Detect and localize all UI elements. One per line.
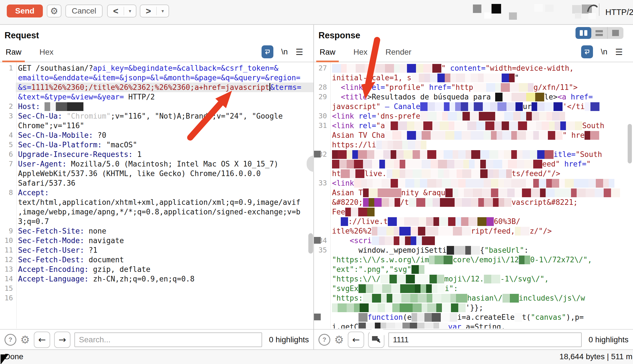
redacted-block: [418, 294, 427, 303]
redacted-block: [427, 150, 436, 159]
back-history-button[interactable]: <▾: [107, 5, 136, 17]
redacted-block: [370, 64, 376, 73]
redacted-block: [517, 131, 526, 140]
redacted-block: [526, 131, 533, 140]
redacted-block: [450, 74, 456, 82]
redacted-block: [555, 188, 564, 197]
redacted-block: [393, 141, 402, 149]
redacted-block: [381, 294, 387, 303]
redacted-block: [391, 179, 398, 188]
request-tab-raw[interactable]: Raw: [5, 48, 23, 60]
redacted-block: [432, 294, 441, 303]
redacted-block: [423, 64, 432, 73]
search-prev-button[interactable]: ←: [348, 332, 364, 348]
redacted-block: [433, 217, 439, 226]
layout-single-button[interactable]: [607, 27, 623, 39]
redacted-block: [444, 169, 449, 178]
word-wrap-icon[interactable]: [262, 45, 273, 58]
redacted-block: [566, 121, 575, 130]
redacted-block: [413, 160, 422, 168]
line-number: [314, 130, 330, 140]
layout-columns-button[interactable]: [576, 27, 591, 39]
search-prev-button[interactable]: ←: [34, 332, 50, 348]
redacted-block: [437, 112, 442, 121]
redacted-block: [491, 179, 498, 188]
redaction-artifact: [377, 339, 380, 343]
forward-dropdown-icon[interactable]: ▾: [157, 8, 169, 14]
redacted-block: [432, 284, 437, 293]
search-next-button[interactable]: →: [368, 332, 384, 348]
line-number: 7: [0, 159, 16, 169]
redacted-block: [532, 102, 537, 111]
editor-menu-icon[interactable]: ☰: [615, 47, 623, 57]
request-tab-hex[interactable]: Hex: [38, 48, 55, 60]
redacted-block: [504, 112, 513, 121]
code-line: 8Accept:: [0, 188, 313, 197]
response-view-icons: \n ☰: [581, 45, 623, 58]
redacted-block: [542, 121, 549, 130]
code-line: 34 <scri: [314, 236, 633, 245]
response-tab-raw[interactable]: Raw: [318, 48, 337, 60]
cancel-button[interactable]: Cancel: [65, 5, 103, 17]
redacted-block: [549, 121, 555, 130]
response-search-input[interactable]: [388, 332, 582, 347]
back-dropdown-icon[interactable]: ▾: [124, 8, 136, 14]
redacted-block: [458, 188, 464, 197]
help-icon[interactable]: ?: [5, 334, 16, 346]
redacted-block: [554, 102, 563, 111]
code-line: 5Sec-Ch-Ua-Platform: "macOS": [0, 140, 313, 150]
redacted-block: [372, 294, 381, 303]
code-line: 3;q=0.7: [0, 217, 313, 226]
response-tab-hex[interactable]: Hex: [352, 48, 369, 60]
request-scrollbar-thumb[interactable]: [308, 233, 313, 254]
redacted-block: [426, 217, 433, 226]
show-newlines-icon[interactable]: \n: [281, 47, 288, 56]
redacted-block: [499, 198, 504, 207]
redacted-block: [527, 121, 536, 130]
editor-menu-icon[interactable]: ☰: [296, 47, 303, 57]
line-number: [0, 207, 16, 217]
forward-history-button[interactable]: >▾: [140, 5, 169, 17]
request-settings-gear-button[interactable]: ⚙: [47, 5, 61, 17]
redacted-block: [442, 303, 451, 312]
layout-rows-button[interactable]: [591, 27, 607, 39]
redacted-block: [552, 112, 559, 121]
show-newlines-icon[interactable]: \n: [601, 47, 607, 56]
code-line: 11Sec-Fetch-User: ?1: [0, 245, 313, 255]
redacted-block: [509, 121, 518, 130]
redacted-block: [469, 160, 475, 168]
redacted-block: [454, 131, 462, 140]
search-settings-gear-icon[interactable]: ⚙: [20, 334, 30, 346]
word-wrap-icon[interactable]: [581, 45, 593, 58]
code-line: Asian Tnity &raqu: [314, 188, 633, 197]
code-line: 30<link rel='dns-prefe: [314, 111, 633, 121]
redacted-block: [517, 160, 524, 168]
response-editor[interactable]: 27" content="width=device-width,initial-…: [314, 62, 633, 329]
redacted-block: [332, 160, 339, 168]
redacted-block: [458, 150, 466, 159]
code-line: itle%26%2ript/feed,z/"/>: [314, 226, 633, 236]
help-icon[interactable]: ?: [318, 334, 330, 346]
line-number: 27: [314, 63, 330, 73]
redacted-block: [419, 265, 424, 274]
redacted-block: [546, 112, 552, 121]
search-settings-gear-icon[interactable]: ⚙: [334, 334, 344, 346]
redacted-block: [590, 131, 599, 140]
code-line: "ext":".png","svg": [314, 265, 633, 274]
redacted-block: [428, 236, 435, 245]
response-tab-render[interactable]: Render: [384, 48, 413, 60]
response-scrollbar-thumb[interactable]: [628, 124, 632, 163]
send-button[interactable]: Send: [7, 5, 43, 17]
redacted-block: [462, 198, 471, 207]
request-editor[interactable]: 1GET /southasian/?api_key=&begindate=&ca…: [0, 62, 313, 329]
redacted-block: [436, 150, 444, 159]
redacted-block: [355, 169, 364, 178]
redacted-block: [532, 112, 539, 121]
request-search-input[interactable]: [74, 332, 262, 347]
code-line: AppleWebKit/537.36 (KHTML, like Gecko) C…: [0, 169, 313, 178]
redacted-block: [347, 303, 354, 312]
redacted-block: [539, 131, 548, 140]
redacted-block: [486, 83, 495, 92]
redacted-block: [350, 169, 355, 178]
search-next-button[interactable]: →: [54, 332, 70, 348]
